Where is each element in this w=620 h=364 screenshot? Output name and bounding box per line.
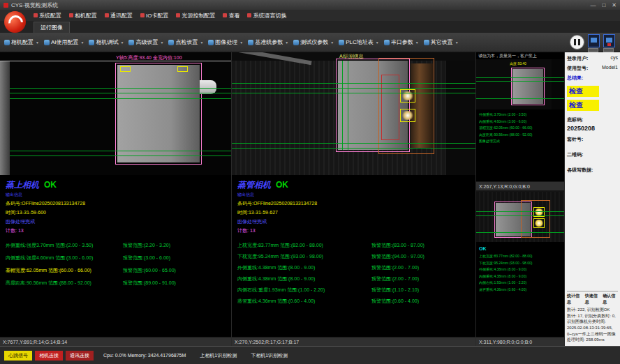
- warn-range: 预警范围:(2.00 - 7.00): [371, 264, 419, 271]
- pause-button[interactable]: [570, 35, 584, 50]
- measure-line: [476, 98, 564, 99]
- toolbar-right-controls: [570, 33, 617, 52]
- image-overlay-text: AI识别信息: [339, 53, 364, 60]
- titlebar: CYS-视觉检测系统 — □ ✕: [0, 0, 620, 10]
- warn-range: 预警范围:(2.00 - 7.00): [371, 275, 419, 282]
- toolbar-item-label: 相机配置: [11, 38, 34, 46]
- camera-right-panel: AI识别信息 蒸管相机 OK 输出信息 条码号:OFFline202502081…: [232, 52, 476, 346]
- preview-top-image[interactable]: 高度:93.40: [476, 59, 564, 109]
- preview-line: 下枕宽度:95.24mm (93.00 - 98.00): [479, 260, 561, 267]
- warn-range: 预警范围:(2.20 - 3.20): [123, 242, 170, 249]
- total-result-row: 总结果:: [567, 75, 618, 82]
- status-bar: 心跳信号 相机连接 通讯连接 Cpu: 0.0% Memory: 3424.41…: [0, 346, 620, 364]
- tool-icon: [44, 40, 50, 45]
- tool-icon: [128, 40, 134, 45]
- toolbar-item-label: 相机调试: [96, 38, 118, 46]
- minimize-button[interactable]: —: [590, 2, 596, 8]
- chevron-down-icon: ▼: [376, 40, 379, 45]
- image-overlay-text: 高度:93.40: [510, 61, 526, 66]
- toolbar-item-baseline-params[interactable]: 基准线参数▼: [248, 38, 288, 46]
- toolbar-item-tester-params[interactable]: 测试仪参数▼: [293, 38, 334, 46]
- connector-shape: [200, 80, 216, 94]
- app-window: CYS-视觉检测系统 — □ ✕ 系统配置 相机配置 通讯配置 IO卡配置 光源…: [0, 0, 620, 364]
- toolbar-item-serial-params[interactable]: 串口参数▼: [384, 38, 419, 46]
- pause-icon: [574, 39, 576, 45]
- warn-range: 预警范围:(0.60 - 4.00): [371, 298, 419, 305]
- warn-range: 预警范围:(1.10 - 2.10): [371, 287, 419, 294]
- pixel-coords-bar: X:7677,Y:891;R:14;G:14;B:14: [0, 337, 231, 346]
- toolbar-item-advanced-settings[interactable]: 高级设置▼: [128, 38, 163, 46]
- stats-tab-quick[interactable]: 快速信息: [585, 293, 600, 305]
- toolbar: 相机配置▼ AI使用配置▼ 相机调试▼ 高级设置▼ 点检设置▼ 图像处理▼ 基准…: [0, 33, 620, 52]
- menu-icon: [34, 13, 38, 17]
- measure-value: 基帽宽度:62.05mm 范围:(60.00 - 66.00): [6, 267, 123, 274]
- stats-tab-confirm[interactable]: 确认信息: [603, 293, 618, 305]
- maximize-button[interactable]: □: [602, 2, 605, 8]
- status-text: 图像处理完成: [237, 218, 470, 225]
- device-status-button[interactable]: [603, 34, 615, 47]
- toolbar-item-camera-debug[interactable]: 相机调试▼: [89, 38, 124, 46]
- pause-icon: [578, 39, 580, 45]
- toolbar-item-image-processing[interactable]: 图像处理▼: [208, 38, 243, 46]
- menu-item-camera-config[interactable]: 相机配置: [69, 12, 97, 20]
- menu-item-io-config[interactable]: IO卡配置: [140, 12, 168, 20]
- lower-camera-status: 下相机1识别检测: [251, 352, 288, 359]
- measurement-row: 高度距离:90.56mm 范围:(88.00 - 92.00)预警范围:(89.…: [6, 280, 226, 287]
- toolbar-item-camera-config[interactable]: 相机配置▼: [4, 38, 39, 46]
- count-text: 计数: 13: [237, 227, 470, 234]
- toolbar-item-ai-config[interactable]: AI使用配置▼: [44, 38, 84, 46]
- toolbar-item-spot-check[interactable]: 点检设置▼: [168, 38, 203, 46]
- preview-bottom-text: OK 上枕宽度:83.77mm (82.00 - 88.00) 下枕宽度:95.…: [476, 242, 564, 337]
- toolbar-item-label: 测试仪参数: [300, 38, 328, 46]
- stats-panel: 统计信息 快速信息 确认信息 数计: 222, 识别检测OK 数计: 17, 识…: [567, 291, 618, 343]
- measure-line: [348, 61, 348, 150]
- preview-line: 内侧重线:4.60mm (3.00 - 6.00): [479, 119, 561, 126]
- barcode-label: 底标码:: [567, 116, 583, 123]
- menu-item-label: 查看: [228, 12, 239, 20]
- status-text: 图像处理完成: [6, 218, 226, 225]
- measure-line: [10, 151, 231, 151]
- measure-line: [232, 88, 475, 89]
- preview-line: 外侧重线:4.38mm (8.00 - 9.00): [479, 266, 561, 273]
- measure-line: [476, 215, 564, 216]
- toolbar-item-plc-address[interactable]: PLC地址表▼: [339, 38, 379, 46]
- defect-roi-shape: [381, 75, 399, 140]
- feature-box-shape: [177, 66, 188, 72]
- result-ok-badge: OK: [276, 180, 288, 190]
- menu-item-comm-config[interactable]: 通讯配置: [105, 12, 133, 20]
- menu-item-system-config[interactable]: 系统配置: [34, 12, 61, 20]
- chevron-down-icon: ▼: [455, 40, 459, 45]
- stats-line: 2025.02.08-13:31:39:65,: [567, 325, 618, 331]
- pixel-coords-bar: X:311,Y:980;R:0;G:0;B:0: [476, 337, 564, 346]
- mini-button-2[interactable]: [603, 48, 614, 52]
- preview-bottom-image[interactable]: [476, 192, 564, 242]
- close-button[interactable]: ✕: [612, 2, 617, 8]
- toolbar-item-other-settings[interactable]: 其它设置▼: [424, 38, 459, 46]
- menu-item-view[interactable]: 查看: [223, 12, 239, 20]
- camera-lock-button[interactable]: [588, 34, 600, 47]
- measurement-row: 外侧重线:强度3.70mm 范围:(2.00 - 3.50)预警范围:(2.20…: [6, 242, 226, 249]
- tab-row: 运行图像: [0, 21, 620, 33]
- chevron-down-icon: ▼: [120, 40, 124, 45]
- barcode-row: 底标码:: [567, 116, 618, 123]
- measure-value: 高度距离:90.56mm 范围:(88.00 - 92.00): [6, 280, 123, 287]
- toolbar-item-label: 串口参数: [391, 38, 413, 46]
- menu-item-language-switch[interactable]: 系统语言切换: [247, 12, 286, 20]
- measure-line: [476, 77, 564, 78]
- measure-line: [10, 88, 231, 89]
- camera-right-image[interactable]: AI识别信息: [232, 52, 475, 175]
- measurement-row: 上枕宽度:83.77mm 范围:(82.00 - 88.00)预警范围:(83.…: [237, 242, 470, 249]
- toolbar-item-label: 其它设置: [431, 38, 453, 46]
- tab-run-image[interactable]: 运行图像: [34, 22, 70, 33]
- stats-tab-summary[interactable]: 统计信息: [567, 293, 582, 305]
- camera-right-result: 蒸管相机 OK 输出信息 条码号:OFFline2025020813313472…: [232, 175, 475, 337]
- toolbar-item-label: PLC地址表: [346, 38, 374, 46]
- menu-item-light-config[interactable]: 光源控制配置: [176, 12, 215, 20]
- camera-left-image[interactable]: Y轴5:高度:93.40 全宽内值:100: [0, 52, 231, 175]
- preview-line: 上枕宽度:83.77mm (82.00 - 88.00): [479, 253, 561, 260]
- measure-value: 内侧重线:强度4.60mm 范围:(3.00 - 6.00): [6, 255, 123, 261]
- mini-button-1[interactable]: [588, 48, 598, 52]
- preview-line: 高度距离:90.56mm (88.00 - 92.00): [479, 132, 561, 139]
- warn-range: 预警范围:(83.00 - 87.00): [371, 242, 425, 249]
- measure-value: 内侧重线:4.38mm 范围:(8.00 - 9.00): [237, 275, 371, 282]
